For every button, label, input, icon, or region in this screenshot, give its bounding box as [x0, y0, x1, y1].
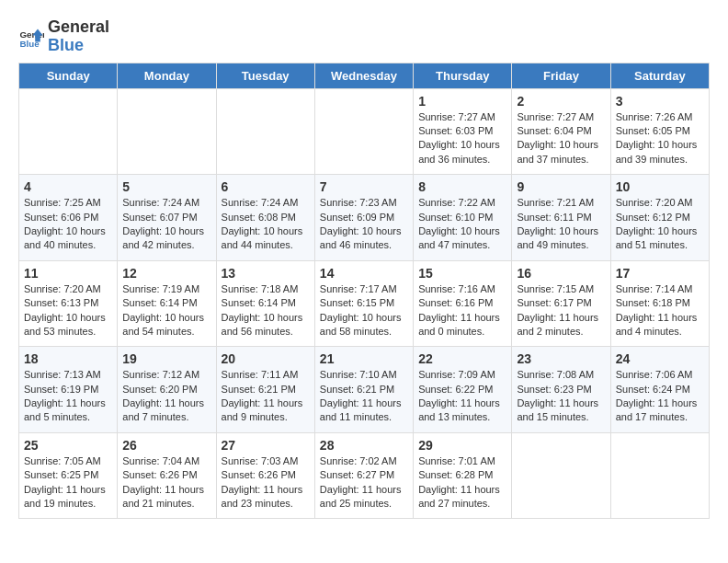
calendar-cell: 6Sunrise: 7:24 AM Sunset: 6:08 PM Daylig… [216, 175, 314, 261]
day-number: 24 [616, 351, 704, 366]
day-number: 25 [24, 438, 112, 453]
day-number: 17 [616, 266, 704, 281]
day-number: 8 [418, 179, 506, 194]
day-number: 5 [122, 179, 210, 194]
calendar-cell: 4Sunrise: 7:25 AM Sunset: 6:06 PM Daylig… [19, 175, 118, 261]
day-number: 14 [320, 266, 408, 281]
cell-content: Sunrise: 7:22 AM Sunset: 6:10 PM Dayligh… [418, 196, 506, 253]
calendar-cell: 19Sunrise: 7:12 AM Sunset: 6:20 PM Dayli… [118, 347, 216, 433]
calendar-cell [118, 88, 216, 175]
calendar-cell: 20Sunrise: 7:11 AM Sunset: 6:21 PM Dayli… [216, 347, 314, 433]
day-number: 2 [517, 94, 605, 109]
calendar-cell [512, 432, 610, 519]
calendar-cell: 7Sunrise: 7:23 AM Sunset: 6:09 PM Daylig… [314, 175, 413, 261]
calendar-cell: 9Sunrise: 7:21 AM Sunset: 6:11 PM Daylig… [512, 175, 610, 261]
cell-content: Sunrise: 7:08 AM Sunset: 6:23 PM Dayligh… [517, 368, 605, 425]
calendar-cell [19, 88, 118, 175]
week-row-1: 1Sunrise: 7:27 AM Sunset: 6:03 PM Daylig… [19, 88, 710, 175]
week-row-4: 18Sunrise: 7:13 AM Sunset: 6:19 PM Dayli… [19, 347, 710, 433]
calendar-table: SundayMondayTuesdayWednesdayThursdayFrid… [18, 63, 710, 520]
cell-content: Sunrise: 7:09 AM Sunset: 6:22 PM Dayligh… [418, 368, 506, 425]
cell-content: Sunrise: 7:15 AM Sunset: 6:17 PM Dayligh… [517, 282, 605, 339]
day-number: 21 [320, 351, 408, 366]
week-row-2: 4Sunrise: 7:25 AM Sunset: 6:06 PM Daylig… [19, 175, 710, 261]
cell-content: Sunrise: 7:03 AM Sunset: 6:26 PM Dayligh… [222, 454, 310, 511]
calendar-cell: 23Sunrise: 7:08 AM Sunset: 6:23 PM Dayli… [512, 347, 610, 433]
calendar-cell: 15Sunrise: 7:16 AM Sunset: 6:16 PM Dayli… [414, 260, 512, 347]
day-number: 13 [222, 266, 310, 281]
cell-content: Sunrise: 7:05 AM Sunset: 6:25 PM Dayligh… [24, 454, 112, 511]
cell-content: Sunrise: 7:20 AM Sunset: 6:13 PM Dayligh… [24, 282, 112, 339]
day-number: 29 [418, 438, 506, 453]
day-number: 10 [616, 179, 704, 194]
day-number: 28 [320, 438, 408, 453]
header: General Blue General Blue [18, 15, 710, 55]
day-number: 12 [122, 266, 210, 281]
cell-content: Sunrise: 7:27 AM Sunset: 6:04 PM Dayligh… [517, 110, 605, 167]
cell-content: Sunrise: 7:12 AM Sunset: 6:20 PM Dayligh… [122, 368, 210, 425]
cell-content: Sunrise: 7:06 AM Sunset: 6:24 PM Dayligh… [616, 368, 704, 425]
cell-content: Sunrise: 7:17 AM Sunset: 6:15 PM Dayligh… [320, 282, 408, 339]
week-row-3: 11Sunrise: 7:20 AM Sunset: 6:13 PM Dayli… [19, 260, 710, 347]
cell-content: Sunrise: 7:02 AM Sunset: 6:27 PM Dayligh… [320, 454, 408, 511]
calendar-cell: 14Sunrise: 7:17 AM Sunset: 6:15 PM Dayli… [314, 260, 413, 347]
calendar-cell: 17Sunrise: 7:14 AM Sunset: 6:18 PM Dayli… [610, 260, 709, 347]
day-number: 7 [320, 179, 408, 194]
calendar-cell: 11Sunrise: 7:20 AM Sunset: 6:13 PM Dayli… [19, 260, 118, 347]
day-header-tuesday: Tuesday [216, 63, 314, 88]
calendar-cell: 29Sunrise: 7:01 AM Sunset: 6:28 PM Dayli… [414, 432, 512, 519]
days-header-row: SundayMondayTuesdayWednesdayThursdayFrid… [19, 63, 710, 88]
day-number: 6 [222, 179, 310, 194]
day-number: 19 [122, 351, 210, 366]
logo-text-blue: Blue [48, 37, 109, 55]
day-number: 20 [222, 351, 310, 366]
cell-content: Sunrise: 7:23 AM Sunset: 6:09 PM Dayligh… [320, 196, 408, 253]
cell-content: Sunrise: 7:16 AM Sunset: 6:16 PM Dayligh… [418, 282, 506, 339]
cell-content: Sunrise: 7:18 AM Sunset: 6:14 PM Dayligh… [222, 282, 310, 339]
cell-content: Sunrise: 7:13 AM Sunset: 6:19 PM Dayligh… [24, 368, 112, 425]
day-header-sunday: Sunday [19, 63, 118, 88]
calendar-cell: 5Sunrise: 7:24 AM Sunset: 6:07 PM Daylig… [118, 175, 216, 261]
day-number: 26 [122, 438, 210, 453]
calendar-cell: 28Sunrise: 7:02 AM Sunset: 6:27 PM Dayli… [314, 432, 413, 519]
calendar-cell [216, 88, 314, 175]
cell-content: Sunrise: 7:24 AM Sunset: 6:07 PM Dayligh… [122, 196, 210, 253]
cell-content: Sunrise: 7:21 AM Sunset: 6:11 PM Dayligh… [517, 196, 605, 253]
cell-content: Sunrise: 7:01 AM Sunset: 6:28 PM Dayligh… [418, 454, 506, 511]
cell-content: Sunrise: 7:25 AM Sunset: 6:06 PM Dayligh… [24, 196, 112, 253]
day-number: 18 [24, 351, 112, 366]
day-number: 9 [517, 179, 605, 194]
calendar-cell: 2Sunrise: 7:27 AM Sunset: 6:04 PM Daylig… [512, 88, 610, 175]
day-number: 4 [24, 179, 112, 194]
calendar-cell: 22Sunrise: 7:09 AM Sunset: 6:22 PM Dayli… [414, 347, 512, 433]
calendar-cell [610, 432, 709, 519]
day-number: 1 [418, 94, 506, 109]
cell-content: Sunrise: 7:11 AM Sunset: 6:21 PM Dayligh… [222, 368, 310, 425]
day-header-monday: Monday [118, 63, 216, 88]
calendar-cell: 13Sunrise: 7:18 AM Sunset: 6:14 PM Dayli… [216, 260, 314, 347]
day-number: 11 [24, 266, 112, 281]
cell-content: Sunrise: 7:10 AM Sunset: 6:21 PM Dayligh… [320, 368, 408, 425]
calendar-cell: 1Sunrise: 7:27 AM Sunset: 6:03 PM Daylig… [414, 88, 512, 175]
calendar-cell: 25Sunrise: 7:05 AM Sunset: 6:25 PM Dayli… [19, 432, 118, 519]
cell-content: Sunrise: 7:26 AM Sunset: 6:05 PM Dayligh… [616, 110, 704, 167]
calendar-cell [314, 88, 413, 175]
cell-content: Sunrise: 7:14 AM Sunset: 6:18 PM Dayligh… [616, 282, 704, 339]
calendar-cell: 24Sunrise: 7:06 AM Sunset: 6:24 PM Dayli… [610, 347, 709, 433]
calendar-cell: 12Sunrise: 7:19 AM Sunset: 6:14 PM Dayli… [118, 260, 216, 347]
day-number: 15 [418, 266, 506, 281]
cell-content: Sunrise: 7:20 AM Sunset: 6:12 PM Dayligh… [616, 196, 704, 253]
day-header-friday: Friday [512, 63, 610, 88]
logo-icon: General Blue [18, 24, 44, 50]
calendar-cell: 21Sunrise: 7:10 AM Sunset: 6:21 PM Dayli… [314, 347, 413, 433]
calendar-cell: 16Sunrise: 7:15 AM Sunset: 6:17 PM Dayli… [512, 260, 610, 347]
cell-content: Sunrise: 7:27 AM Sunset: 6:03 PM Dayligh… [418, 110, 506, 167]
day-header-saturday: Saturday [610, 63, 709, 88]
calendar-cell: 18Sunrise: 7:13 AM Sunset: 6:19 PM Dayli… [19, 347, 118, 433]
cell-content: Sunrise: 7:24 AM Sunset: 6:08 PM Dayligh… [222, 196, 310, 253]
week-row-5: 25Sunrise: 7:05 AM Sunset: 6:25 PM Dayli… [19, 432, 710, 519]
day-number: 3 [616, 94, 704, 109]
day-number: 22 [418, 351, 506, 366]
cell-content: Sunrise: 7:19 AM Sunset: 6:14 PM Dayligh… [122, 282, 210, 339]
cell-content: Sunrise: 7:04 AM Sunset: 6:26 PM Dayligh… [122, 454, 210, 511]
